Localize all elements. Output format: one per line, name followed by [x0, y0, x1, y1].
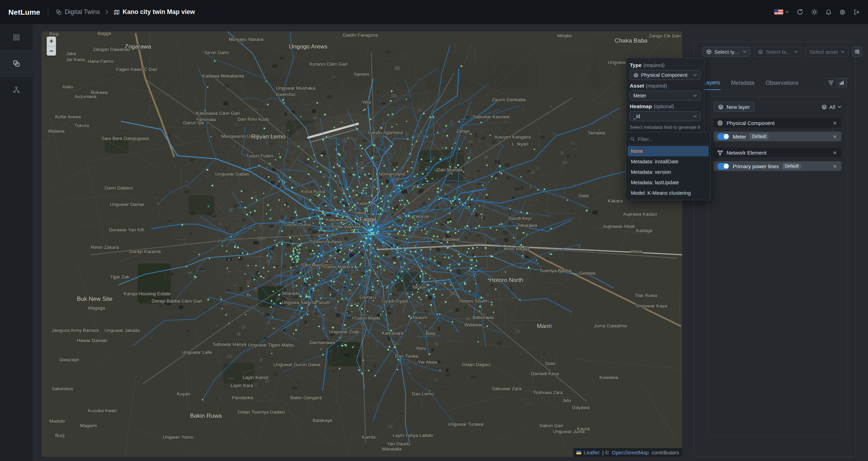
map-place-label: Tarauni	[412, 315, 427, 320]
breadcrumb-digital-twins[interactable]: Digital Twins	[56, 8, 100, 16]
refresh-icon	[797, 9, 803, 15]
dropdown-option[interactable]: Metadata: lastUpdate	[628, 177, 709, 188]
panel-toolbar: Select ty… Select la… Select asset	[702, 47, 847, 57]
map-place-label: Madobi	[49, 418, 65, 424]
chevron-down-icon	[794, 51, 798, 53]
map-place-label: Rijiyan Lemo	[251, 133, 285, 140]
openstreetmap-link[interactable]: OpenStreetMap	[612, 449, 649, 455]
select-layer-dropdown[interactable]: Select la…	[754, 47, 802, 57]
hierarchy-tree-icon	[13, 86, 20, 93]
map-place-label: Burji	[55, 433, 65, 438]
map-place-label: Gaidiri Faragona	[343, 32, 378, 38]
close-icon[interactable]	[832, 149, 838, 156]
leaflet-link[interactable]: Leaflet	[584, 449, 599, 455]
asset-field-label: Asset (required)	[630, 83, 700, 89]
map-place-label: Yakasai	[413, 214, 429, 219]
map-place-label: Rimin Zakara	[91, 245, 119, 250]
tab-observations[interactable]: Observations	[765, 80, 799, 90]
logout-button[interactable]	[853, 9, 860, 15]
map-place-label: Tudun Fulani	[246, 153, 273, 158]
heatmap-select[interactable]: _id	[630, 111, 700, 121]
sidebar-item-dashboard[interactable]	[0, 24, 33, 50]
map-place-label: Dan Tsinke	[395, 354, 418, 359]
chevron-down-icon	[785, 11, 789, 13]
flow-view-button[interactable]	[825, 78, 836, 87]
grid-icon	[13, 34, 20, 41]
map-place-label: Sharada	[282, 291, 300, 296]
chart-view-button[interactable]	[836, 78, 847, 87]
dropdown-option[interactable]: Metadata: version	[628, 167, 709, 177]
map-place-label: Hotoro South	[459, 298, 487, 304]
dropdown-option[interactable]: Metadata: installDate	[628, 156, 709, 167]
settings-button[interactable]	[839, 9, 846, 15]
chevron-down-icon	[693, 95, 697, 97]
chevron-down-icon	[693, 115, 697, 118]
zoom-in-button[interactable]: +	[47, 37, 56, 46]
us-flag-icon	[774, 9, 783, 15]
map-place-label: Kusuba Kwari	[88, 408, 117, 413]
map-canvas: RinjiBaggaZogarawaMuryayu NasaraGaidiri …	[42, 31, 682, 457]
select-asset-dropdown[interactable]: Select asset	[805, 47, 848, 57]
map-container[interactable]: RinjiBaggaZogarawaMuryayu NasaraGaidiri …	[42, 31, 682, 457]
map-place-label: Rimi	[416, 346, 426, 351]
select-type-dropdown[interactable]: Select ty…	[702, 47, 750, 57]
map-place-label: Tsohon Nufawa	[309, 239, 342, 244]
sidebar-item-digital-twins[interactable]	[0, 51, 33, 76]
map-place-label: Kadaga	[636, 228, 652, 233]
language-selector[interactable]	[774, 9, 789, 15]
map-place-label: Kadawa Mekabanta	[202, 73, 244, 79]
map-place-label: Yela	[362, 99, 371, 105]
map-place-label: Minjibir	[557, 33, 572, 38]
right-panel: Select ty… Select la… Select asset Layer…	[694, 42, 856, 457]
layer-group-name: Physical Component	[727, 120, 775, 126]
map-place-label: Garin Dabaro	[104, 185, 133, 191]
left-sidebar	[0, 24, 33, 461]
map-place-label: Alato	[62, 84, 73, 89]
map-place-label: Fagen Kawo C Gari	[116, 67, 158, 72]
map-place-label: Unguwar Jakada	[104, 328, 140, 333]
layers-icon	[718, 104, 723, 110]
map-place-label: Baburawa	[473, 315, 494, 320]
layer-visibility-toggle[interactable]	[717, 163, 729, 170]
attribution-suffix: contributors	[650, 449, 679, 455]
map-place-label: Tudun Maliki	[353, 315, 380, 321]
type-select[interactable]: Physical Component	[630, 70, 700, 80]
filter-input[interactable]	[638, 136, 706, 142]
tab-metadata[interactable]: Metadata	[730, 80, 755, 90]
new-layer-button[interactable]: New layer	[714, 102, 754, 112]
sidebar-item-hierarchy[interactable]	[0, 77, 33, 103]
layers-list: New layer All Physical Component Meter D…	[708, 96, 847, 437]
map-place-label: Zango	[456, 128, 469, 134]
map-place-label: Tijjar Zak	[110, 274, 129, 280]
theme-toggle-button[interactable]	[811, 9, 818, 15]
sliders-icon	[854, 49, 860, 54]
close-icon[interactable]	[832, 133, 838, 140]
tab-layers[interactable]: Layers	[702, 80, 721, 90]
network-icon	[717, 150, 723, 156]
map-place-label: Unguwar Damai	[110, 202, 144, 207]
layer-row: Meter Default	[714, 132, 841, 141]
panel-settings-button[interactable]	[852, 47, 862, 57]
topbar-divider	[48, 8, 48, 17]
map-place-label: Magami	[80, 423, 97, 428]
dropdown-option[interactable]: None	[628, 146, 709, 156]
close-icon[interactable]	[832, 120, 838, 126]
map-place-label: Gwazaye	[59, 357, 79, 362]
refresh-button[interactable]	[797, 9, 803, 15]
map-place-label: Tal'auri	[412, 284, 426, 290]
notifications-button[interactable]	[825, 9, 832, 15]
close-icon[interactable]	[832, 163, 838, 170]
view-mode-switcher	[825, 78, 847, 87]
map-place-label: Jar Kasa	[66, 57, 85, 62]
dropdown-option[interactable]: Model: K-Means clustering	[628, 188, 709, 198]
all-layers-dropdown[interactable]: All	[822, 104, 841, 110]
heatmap-optional-text: (optional)	[654, 104, 674, 109]
gear-icon	[839, 9, 846, 15]
map-place-label: Kosa Ruwa	[301, 189, 326, 194]
map-place-label: Getawa	[579, 270, 596, 276]
map-place-label: Unguwar Kaya	[636, 303, 667, 308]
asset-select[interactable]: Meter	[630, 91, 700, 101]
zoom-out-button[interactable]: −	[47, 46, 56, 55]
map-place-label: Dan Rimi Kudu	[238, 117, 269, 122]
layer-visibility-toggle[interactable]	[717, 133, 729, 140]
